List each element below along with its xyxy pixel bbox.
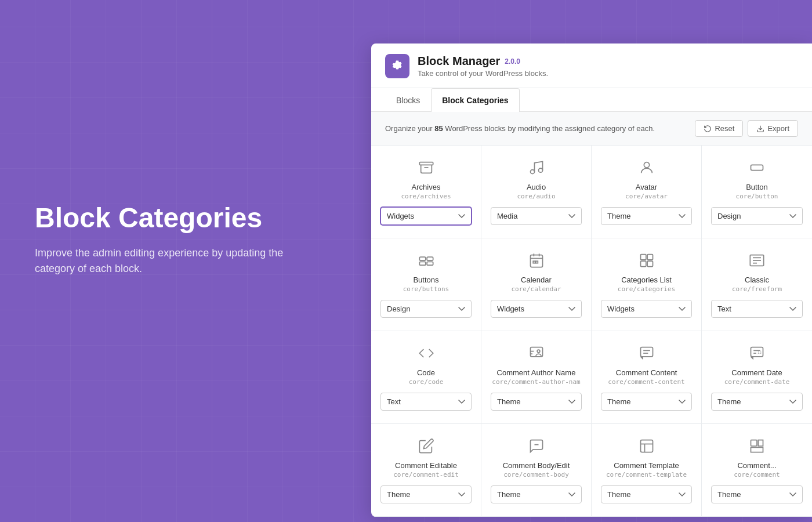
comment-date-slug: core/comment-date: [724, 378, 790, 386]
block-cell-code: Code core/code Text Media Design Widgets…: [371, 331, 481, 424]
audio-select[interactable]: Media Text Widgets Design Theme Embed: [491, 207, 582, 225]
export-icon: [756, 125, 764, 133]
buttons-icon: [416, 250, 437, 271]
comment-author-select[interactable]: Theme Text Media Design Widgets Embed: [491, 393, 582, 411]
comment-date-icon: 12: [746, 343, 767, 364]
tab-blocks[interactable]: Blocks: [385, 88, 431, 112]
categories-slug: core/categories: [618, 285, 675, 293]
left-content: Block Categories Improve the admin editi…: [35, 203, 313, 277]
svg-point-4: [538, 168, 542, 172]
block-cell-archives: Archives core/archives Widgets Text Medi…: [371, 146, 481, 238]
classic-icon: [746, 250, 767, 271]
calendar-name: Calendar: [521, 276, 552, 284]
block-cell-comment: Comment... core/comment Theme Text Media…: [702, 424, 812, 517]
svg-rect-19: [640, 261, 646, 266]
comment-edit-icon: [416, 436, 437, 456]
comment-edit-select[interactable]: Theme Text Media Design Widgets Embed: [380, 485, 472, 503]
classic-slug: core/freeform: [732, 285, 782, 293]
toolbar-description: Organize your 85 WordPress blocks by mod…: [385, 124, 655, 133]
comment-body-icon: [526, 436, 547, 456]
archives-name: Archives: [412, 183, 441, 191]
block-cell-comment-date: 12 Comment Date core/comment-date Theme …: [702, 331, 812, 424]
comment-body-slug: core/comment-body: [503, 471, 569, 478]
code-slug: core/code: [409, 378, 444, 386]
code-name: Code: [417, 368, 435, 377]
avatar-select[interactable]: Theme Text Media Design Widgets Embed: [601, 207, 692, 225]
tab-block-categories[interactable]: Block Categories: [431, 88, 519, 112]
block-cell-comment-body: Comment Body/Edit core/comment-body Them…: [481, 424, 592, 517]
block-count: 85: [434, 124, 443, 133]
block-cell-comment-content: Comment Content core/comment-content The…: [592, 331, 702, 424]
comment-select[interactable]: Theme Text Media Design Widgets Embed: [711, 485, 803, 503]
tabs: Blocks Block Categories: [371, 88, 812, 112]
comment-content-icon: [636, 343, 657, 364]
svg-point-26: [537, 350, 540, 353]
plugin-title-wrap: Block Manager 2.0.0 Take control of your…: [418, 55, 548, 78]
reset-button[interactable]: Reset: [695, 120, 743, 137]
svg-point-3: [530, 170, 534, 174]
categories-icon: [636, 250, 657, 271]
comment-author-icon: [526, 343, 547, 364]
calendar-select[interactable]: Widgets Text Media Design Theme Embed: [491, 300, 582, 318]
svg-rect-1: [419, 162, 433, 165]
audio-name: Audio: [527, 183, 546, 191]
svg-rect-6: [751, 165, 763, 170]
button-name: Button: [746, 183, 768, 191]
block-cell-comment-author: Comment Author Name core/comment-author-…: [481, 331, 592, 424]
svg-rect-8: [427, 257, 433, 260]
categories-name: Categories List: [621, 276, 672, 284]
avatar-icon: [636, 157, 657, 178]
archives-select[interactable]: Widgets Text Media Design Theme Embed: [380, 207, 472, 225]
svg-rect-16: [535, 261, 538, 263]
gear-icon: [391, 60, 404, 72]
comment-date-name: Comment Date: [731, 368, 782, 377]
svg-rect-10: [427, 262, 433, 265]
left-title: Block Categories: [35, 203, 313, 234]
avatar-slug: core/avatar: [625, 193, 668, 200]
svg-rect-27: [640, 347, 652, 357]
svg-point-5: [644, 162, 649, 168]
blocks-grid: Archives core/archives Widgets Text Medi…: [371, 146, 812, 517]
comment-edit-slug: core/comment-edit: [393, 471, 459, 478]
block-cell-categories: Categories List core/categories Widgets …: [592, 238, 702, 331]
buttons-name: Buttons: [413, 276, 438, 284]
calendar-icon: [526, 250, 547, 271]
comment-edit-name: Comment Editable: [395, 461, 457, 470]
svg-text:12: 12: [757, 351, 761, 354]
buttons-select[interactable]: Design Text Media Widgets Theme Embed: [380, 300, 472, 318]
left-description: Improve the admin editing experience by …: [35, 245, 313, 277]
reset-icon: [704, 125, 712, 133]
block-cell-classic: Classic core/freeform Text Media Design …: [702, 238, 812, 331]
plugin-description: Take control of your WordPress blocks.: [418, 69, 548, 78]
archives-slug: core/archives: [401, 193, 451, 200]
categories-select[interactable]: Widgets Text Media Design Theme Embed: [601, 300, 692, 318]
comment-template-select[interactable]: Theme Text Media Design Widgets Embed: [601, 485, 692, 503]
archives-icon: [416, 157, 437, 178]
block-cell-comment-edit: Comment Editable core/comment-edit Theme…: [371, 424, 481, 517]
comment-template-slug: core/comment-template: [606, 471, 687, 478]
comment-author-slug: core/comment-author-nam: [492, 378, 580, 386]
svg-rect-35: [640, 440, 652, 452]
plugin-icon: [385, 54, 409, 78]
button-icon: [746, 157, 767, 178]
code-icon: [416, 343, 437, 364]
comment-body-select[interactable]: Theme Text Media Design Widgets Embed: [491, 485, 582, 503]
svg-rect-38: [751, 440, 757, 447]
button-select[interactable]: Design Text Media Widgets Theme Embed: [711, 207, 803, 225]
classic-select[interactable]: Text Media Design Widgets Theme Embed: [711, 300, 803, 318]
plugin-name: Block Manager 2.0.0: [418, 55, 548, 68]
svg-rect-7: [419, 257, 426, 260]
comment-name: Comment...: [737, 461, 776, 470]
comment-icon: [746, 436, 767, 456]
comment-template-icon: [636, 436, 657, 456]
svg-rect-18: [647, 255, 652, 260]
block-cell-button: Button core/button Design Text Media Wid…: [702, 146, 812, 238]
code-select[interactable]: Text Media Design Widgets Theme Embed: [380, 393, 472, 411]
comment-content-select[interactable]: Theme Text Media Design Widgets Embed: [601, 393, 692, 411]
comment-date-select[interactable]: Theme Text Media Design Widgets Embed: [711, 393, 803, 411]
button-slug: core/button: [736, 193, 778, 200]
calendar-slug: core/calendar: [511, 285, 561, 293]
block-cell-calendar: Calendar core/calendar Widgets Text Medi…: [481, 238, 592, 331]
export-button[interactable]: Export: [748, 120, 798, 137]
svg-rect-20: [647, 261, 652, 266]
